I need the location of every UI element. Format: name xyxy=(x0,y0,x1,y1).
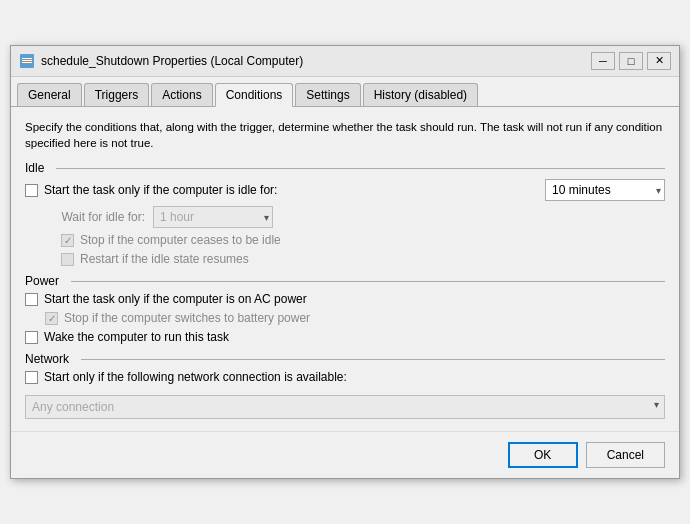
maximize-button[interactable]: □ xyxy=(619,52,643,70)
network-start-label: Start only if the following network conn… xyxy=(44,370,347,384)
minimize-button[interactable]: ─ xyxy=(591,52,615,70)
ac-power-checkbox[interactable] xyxy=(25,293,38,306)
wait-for-dropdown-wrapper: 30 minutes 1 hour 2 hours xyxy=(153,206,273,228)
wake-row: Wake the computer to run this task xyxy=(25,330,665,344)
window-title: schedule_Shutdown Properties (Local Comp… xyxy=(41,54,303,68)
restart-idle-label: Restart if the idle state resumes xyxy=(80,252,249,266)
network-start-checkbox[interactable] xyxy=(25,371,38,384)
idle-start-checkbox[interactable] xyxy=(25,184,38,197)
description-text: Specify the conditions that, along with … xyxy=(25,119,665,151)
tab-bar: General Triggers Actions Conditions Sett… xyxy=(11,77,679,107)
idle-duration-dropdown[interactable]: 1 minute 5 minutes 10 minutes 15 minutes… xyxy=(545,179,665,201)
tab-conditions[interactable]: Conditions xyxy=(215,83,294,107)
title-bar-left: schedule_Shutdown Properties (Local Comp… xyxy=(19,53,303,69)
window-icon xyxy=(19,53,35,69)
title-bar: schedule_Shutdown Properties (Local Comp… xyxy=(11,46,679,77)
main-window: schedule_Shutdown Properties (Local Comp… xyxy=(10,45,680,479)
ok-button[interactable]: OK xyxy=(508,442,578,468)
restart-idle-checkbox[interactable] xyxy=(61,253,74,266)
wake-label: Wake the computer to run this task xyxy=(44,330,229,344)
close-button[interactable]: ✕ xyxy=(647,52,671,70)
stop-idle-row: Stop if the computer ceases to be idle xyxy=(61,233,665,247)
tab-triggers[interactable]: Triggers xyxy=(84,83,150,106)
title-controls: ─ □ ✕ xyxy=(591,52,671,70)
network-dropdown-wrapper: Any connection xyxy=(25,389,665,419)
restart-idle-row: Restart if the idle state resumes xyxy=(61,252,665,266)
ac-power-label: Start the task only if the computer is o… xyxy=(44,292,307,306)
tab-actions[interactable]: Actions xyxy=(151,83,212,106)
tab-history[interactable]: History (disabled) xyxy=(363,83,478,106)
idle-duration-dropdown-wrapper: 1 minute 5 minutes 10 minutes 15 minutes… xyxy=(545,179,665,201)
wait-for-label: Wait for idle for: xyxy=(45,210,145,224)
stop-idle-checkbox[interactable] xyxy=(61,234,74,247)
svg-rect-3 xyxy=(22,58,32,59)
power-section-label: Power xyxy=(25,274,665,288)
idle-start-label: Start the task only if the computer is i… xyxy=(44,183,277,197)
battery-row: Stop if the computer switches to battery… xyxy=(45,311,665,325)
tab-general[interactable]: General xyxy=(17,83,82,106)
idle-start-row: Start the task only if the computer is i… xyxy=(25,179,665,201)
wait-for-dropdown[interactable]: 30 minutes 1 hour 2 hours xyxy=(153,206,273,228)
svg-rect-1 xyxy=(22,60,32,61)
footer: OK Cancel xyxy=(11,431,679,478)
cancel-button[interactable]: Cancel xyxy=(586,442,665,468)
content-area: Specify the conditions that, along with … xyxy=(11,107,679,431)
wait-for-row: Wait for idle for: 30 minutes 1 hour 2 h… xyxy=(45,206,665,228)
tab-settings[interactable]: Settings xyxy=(295,83,360,106)
network-section-label: Network xyxy=(25,352,665,366)
idle-section-label: Idle xyxy=(25,161,665,175)
network-connection-dropdown[interactable]: Any connection xyxy=(25,395,665,419)
battery-label: Stop if the computer switches to battery… xyxy=(64,311,310,325)
ac-power-row: Start the task only if the computer is o… xyxy=(25,292,665,306)
wake-checkbox[interactable] xyxy=(25,331,38,344)
network-start-row: Start only if the following network conn… xyxy=(25,370,665,384)
stop-idle-label: Stop if the computer ceases to be idle xyxy=(80,233,281,247)
svg-rect-2 xyxy=(22,62,32,63)
battery-checkbox[interactable] xyxy=(45,312,58,325)
